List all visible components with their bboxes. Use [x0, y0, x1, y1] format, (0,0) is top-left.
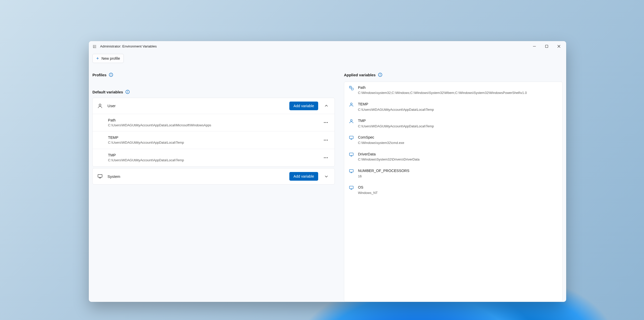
info-icon[interactable] [109, 73, 113, 77]
system-icon [349, 152, 354, 157]
user-scope-label: User [107, 104, 285, 108]
svg-point-28 [351, 119, 352, 121]
user-variable-row[interactable]: TMP C:\Users\WDAGUtilityAccount\AppData\… [93, 149, 335, 166]
svg-point-14 [327, 140, 328, 141]
system-icon [349, 169, 354, 174]
applied-origin-icon [349, 135, 354, 140]
variable-name: Path [108, 118, 319, 123]
svg-point-27 [351, 103, 352, 105]
window-maximize-button[interactable] [541, 41, 553, 52]
applied-variable-row[interactable]: NUMBER_OF_PROCESSORS16 [344, 165, 562, 182]
applied-variable-row[interactable]: TMPC:\Users\WDAGUtilityAccount\AppData\L… [344, 115, 562, 132]
svg-rect-20 [100, 177, 100, 178]
system-icon [97, 174, 103, 179]
more-icon [324, 140, 328, 141]
system-scope-header[interactable]: System Add variable [93, 168, 335, 184]
svg-rect-22 [380, 75, 380, 76]
user-add-variable-button[interactable]: Add variable [289, 102, 318, 110]
svg-point-8 [99, 104, 101, 106]
system-icon [349, 135, 354, 140]
svg-point-12 [324, 140, 325, 141]
svg-point-13 [325, 140, 326, 141]
window-title: Administrator: Environment Variables [100, 44, 157, 48]
applied-origin-icon [349, 185, 354, 190]
svg-rect-31 [351, 139, 351, 140]
new-profile-button[interactable]: + New profile [92, 54, 124, 63]
applied-variable-name: DriverData [358, 152, 558, 157]
applied-variable-value: C:\Users\WDAGUtilityAccount\AppData\Loca… [358, 124, 558, 129]
chevron-down-icon [325, 175, 328, 178]
applied-variable-row[interactable]: APathC:\Windows\system32;C:\Windows;C:\W… [344, 82, 562, 99]
svg-point-4 [111, 74, 111, 74]
plus-icon: + [96, 56, 99, 61]
applied-variable-row[interactable]: ComSpecC:\Windows\system32\cmd.exe [344, 132, 562, 148]
svg-point-11 [327, 122, 328, 123]
system-scope-card: System Add variable [92, 168, 335, 184]
applied-variables-list[interactable]: APathC:\Windows\system32;C:\Windows;C:\W… [344, 82, 563, 302]
window-close-button[interactable] [553, 41, 565, 52]
applied-variables-heading-text: Applied variables [344, 73, 376, 77]
system-expand-toggle[interactable] [323, 175, 330, 178]
user-collapse-toggle[interactable] [323, 104, 330, 108]
app-window: Administrator: Environment Variables + N… [89, 41, 566, 302]
variable-value: C:\Users\WDAGUtilityAccount\AppData\Loca… [108, 123, 319, 128]
more-icon [324, 122, 328, 123]
svg-point-10 [325, 122, 326, 123]
system-icon [349, 185, 354, 190]
svg-rect-0 [533, 46, 536, 46]
window-minimize-button[interactable] [528, 41, 541, 52]
svg-point-7 [127, 91, 128, 91]
profiles-heading: Profiles [92, 73, 335, 77]
applied-variable-value: C:\Windows\system32;C:\Windows;C:\Window… [358, 90, 558, 95]
applied-origin-icon: A [349, 85, 354, 91]
variable-name: TEMP [108, 135, 319, 140]
svg-rect-1 [546, 45, 548, 48]
variable-value: C:\Users\WDAGUtilityAccount\AppData\Loca… [108, 140, 319, 145]
applied-variable-value: C:\Windows\system32\cmd.exe [358, 140, 558, 145]
applied-variable-value: Windows_NT [358, 190, 558, 195]
applied-origin-icon [349, 152, 354, 157]
default-variables-heading-text: Default variables [92, 90, 123, 94]
svg-rect-37 [351, 172, 351, 173]
user-variable-row[interactable]: TEMP C:\Users\WDAGUtilityAccount\AppData… [93, 131, 335, 149]
variable-name: TMP [108, 153, 319, 158]
variable-more-button[interactable] [322, 137, 330, 144]
info-icon[interactable] [378, 73, 382, 77]
user-icon [349, 102, 354, 107]
applied-origin-icon [349, 119, 354, 124]
merge-icon: A [349, 85, 354, 91]
svg-point-23 [380, 74, 380, 74]
applied-variable-row[interactable]: DriverDataC:\Windows\System32\Drivers\Dr… [344, 149, 562, 165]
default-variables-heading: Default variables [92, 90, 335, 94]
user-variable-row[interactable]: Path C:\Users\WDAGUtilityAccount\AppData… [93, 114, 335, 131]
svg-point-9 [324, 122, 325, 123]
svg-rect-29 [349, 136, 353, 139]
svg-rect-38 [349, 186, 353, 189]
applied-origin-icon [349, 102, 354, 107]
titlebar[interactable]: Administrator: Environment Variables [89, 41, 566, 52]
variable-more-button[interactable] [322, 154, 330, 161]
applied-variable-row[interactable]: OSWindows_NT [344, 182, 562, 198]
user-scope-header[interactable]: User Add variable [93, 98, 335, 114]
info-icon[interactable] [126, 90, 130, 94]
svg-point-15 [324, 157, 325, 158]
profiles-heading-text: Profiles [92, 73, 106, 77]
svg-rect-34 [351, 155, 351, 156]
svg-rect-40 [351, 189, 351, 189]
system-scope-label: System [107, 174, 285, 179]
applied-variables-heading: Applied variables [344, 73, 563, 77]
new-profile-label: New profile [102, 56, 120, 60]
system-add-variable-button[interactable]: Add variable [289, 172, 318, 181]
svg-rect-3 [111, 75, 111, 76]
applied-variable-row[interactable]: TEMPC:\Users\WDAGUtilityAccount\AppData\… [344, 99, 562, 115]
applied-origin-icon [349, 169, 354, 174]
applied-variable-name: OS [358, 185, 558, 190]
svg-text:A: A [350, 86, 351, 88]
variable-more-button[interactable] [322, 119, 330, 126]
applied-variable-name: Path [358, 85, 558, 91]
variable-value: C:\Users\WDAGUtilityAccount\AppData\Loca… [108, 158, 319, 163]
user-icon [349, 119, 354, 124]
svg-point-16 [325, 157, 326, 158]
chevron-up-icon [325, 104, 328, 108]
applied-variable-value: C:\Windows\System32\Drivers\DriverData [358, 157, 558, 162]
